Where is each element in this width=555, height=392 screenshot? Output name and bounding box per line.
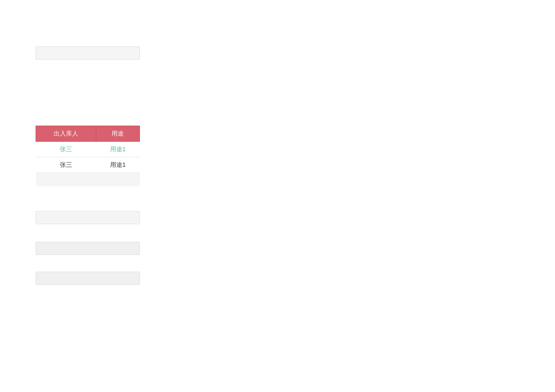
- table-row[interactable]: 张三 用途1: [36, 157, 140, 173]
- page-container: 出入库人 用途 张三 用途1 张三 用途1: [0, 0, 555, 392]
- input-bar-3[interactable]: [36, 242, 140, 255]
- data-table: 出入库人 用途 张三 用途1 张三 用途1: [36, 126, 140, 186]
- cell-usage-1: 用途1: [96, 157, 139, 173]
- top-input-bar[interactable]: [36, 46, 140, 60]
- table-action-row[interactable]: [36, 173, 140, 186]
- col-header-person: 出入库人: [36, 126, 96, 142]
- table-container: 出入库人 用途 张三 用途1 张三 用途1: [36, 126, 140, 186]
- cell-person-0: 张三: [36, 142, 96, 157]
- col-header-usage: 用途: [96, 126, 139, 142]
- input-bar-2[interactable]: [36, 211, 140, 224]
- cell-usage-0: 用途1: [96, 142, 139, 157]
- input-bar-4[interactable]: [36, 272, 140, 285]
- table-row[interactable]: 张三 用途1: [36, 142, 140, 157]
- cell-person-1: 张三: [36, 157, 96, 173]
